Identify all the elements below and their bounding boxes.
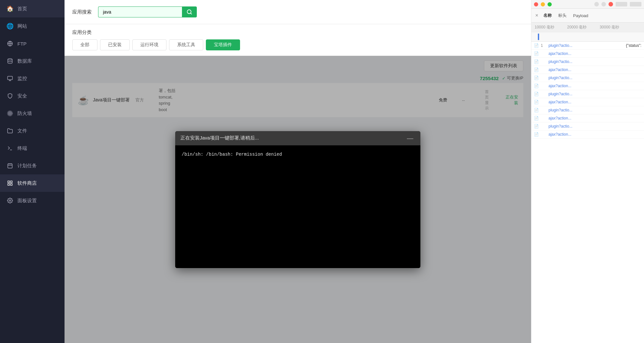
- req-url-8: ajax?action...: [548, 100, 641, 104]
- sidebar-item-schedule[interactable]: 计划任务: [0, 157, 65, 174]
- sidebar-item-firewall[interactable]: 防火墙: [0, 105, 65, 122]
- request-item-9[interactable]: 📄 plugin?actio...: [531, 106, 644, 114]
- request-item-3[interactable]: 📄 plugin?actio...: [531, 58, 644, 66]
- request-item-7[interactable]: 📄 plugin?actio...: [531, 90, 644, 98]
- cat-tab-tools[interactable]: 系统工具: [169, 39, 203, 50]
- category-tabs: 全部 已安装 运行环境 系统工具 宝塔插件: [72, 39, 523, 50]
- req-url-3: plugin?actio...: [548, 59, 641, 64]
- file-icon-5: 📄: [534, 76, 539, 80]
- window-close-button[interactable]: [534, 2, 538, 6]
- install-modal: 正在安装Java项目一键部署,请稍后... — /bin/sh: /bin/ba…: [175, 131, 420, 268]
- sidebar-item-home[interactable]: 🏠 首页: [0, 0, 65, 17]
- sidebar-item-ftp[interactable]: FTP: [0, 35, 65, 52]
- calendar-icon: [6, 162, 14, 169]
- file-icon-8: 📄: [534, 100, 539, 104]
- folder-icon: [6, 127, 14, 134]
- request-item-4[interactable]: 📄 ajax?action...: [531, 66, 644, 74]
- search-button[interactable]: [182, 6, 197, 17]
- search-input[interactable]: [98, 6, 182, 17]
- sidebar-item-label: 防火墙: [17, 110, 32, 117]
- sidebar-item-label: FTP: [17, 41, 26, 47]
- svg-rect-2: [8, 76, 13, 80]
- modal-header: 正在安装Java项目一键部署,请稍后... —: [175, 131, 420, 145]
- timeline-bar: 10000 毫秒 20000 毫秒 30000 毫秒: [531, 23, 644, 32]
- right-top-bar: [531, 0, 644, 9]
- request-item-10[interactable]: 📄 ajax?action...: [531, 114, 644, 122]
- req-payload-1: {"status":: [626, 43, 641, 48]
- sidebar-item-label: 首页: [17, 6, 27, 12]
- file-icon-4: 📄: [534, 68, 539, 72]
- sidebar-item-label: 安全: [17, 93, 27, 99]
- req-url-5: plugin?actio...: [548, 76, 641, 80]
- request-item-2[interactable]: 📄 ajax?action...: [531, 50, 644, 58]
- cat-tab-installed[interactable]: 已安装: [100, 39, 130, 50]
- svg-rect-14: [8, 184, 9, 185]
- database-icon: [6, 57, 14, 65]
- col-payload[interactable]: Payload: [570, 12, 591, 19]
- col-header[interactable]: 标头: [556, 11, 569, 20]
- svg-point-4: [8, 112, 12, 115]
- sidebar-item-store[interactable]: 软件商店: [0, 174, 65, 192]
- right-panel-header: × 名称 标头 Payload: [531, 9, 644, 23]
- category-label: 应用分类: [72, 29, 523, 36]
- sidebar-item-terminal[interactable]: 终端: [0, 140, 65, 157]
- timeline-30000: 30000 毫秒: [599, 25, 619, 30]
- monitor-icon: [6, 75, 14, 82]
- sidebar-item-website[interactable]: 🌐 网站: [0, 17, 65, 35]
- request-item-12[interactable]: 📄 ajax?action...: [531, 130, 644, 139]
- col-name[interactable]: 名称: [541, 11, 554, 20]
- file-icon-10: 📄: [534, 116, 539, 120]
- modal-overlay: 正在安装Java项目一键部署,请稍后... — /bin/sh: /bin/ba…: [65, 56, 531, 343]
- req-url-7: plugin?actio...: [548, 92, 641, 96]
- nav-extra: [630, 2, 641, 6]
- terminal-icon: [6, 145, 14, 152]
- svg-point-1: [8, 59, 12, 60]
- sidebar: 🏠 首页 🌐 网站 FTP 数据库 监控: [0, 0, 65, 343]
- req-url-12: ajax?action...: [548, 132, 641, 137]
- sidebar-item-files[interactable]: 文件: [0, 122, 65, 140]
- request-item-1[interactable]: 📄 1 plugin?actio... {"status":: [531, 42, 644, 50]
- window-maximize-button[interactable]: [548, 2, 552, 6]
- sidebar-item-database[interactable]: 数据库: [0, 52, 65, 70]
- sidebar-item-label: 网站: [17, 23, 27, 29]
- store-icon: [6, 180, 14, 187]
- cat-tab-plugins[interactable]: 宝塔插件: [206, 39, 240, 50]
- sidebar-item-security[interactable]: 安全: [0, 87, 65, 105]
- globe-icon: 🌐: [6, 23, 14, 30]
- nav-icon-1: [594, 2, 599, 6]
- blue-indicator-row: [531, 32, 644, 42]
- cat-tab-runtime[interactable]: 运行环境: [132, 39, 166, 50]
- main-area: 应用搜索 应用分类 全部 已安装 运行环境 系统工具 宝塔插件 更新软件列表: [65, 0, 531, 343]
- category-section: 应用分类 全部 已安装 运行环境 系统工具 宝塔插件: [65, 24, 531, 56]
- blue-progress-indicator: [538, 34, 539, 40]
- window-minimize-button[interactable]: [541, 2, 545, 6]
- request-item-6[interactable]: 📄 ajax?action...: [531, 82, 644, 90]
- modal-minimize-button[interactable]: —: [405, 135, 415, 141]
- nav-icon-3: [609, 2, 613, 6]
- sidebar-item-label: 软件商店: [17, 180, 37, 186]
- sidebar-item-monitor[interactable]: 监控: [0, 70, 65, 87]
- file-icon-9: 📄: [534, 108, 539, 112]
- gear-icon: [6, 197, 14, 204]
- request-list-container[interactable]: 📄 1 plugin?actio... {"status": 📄 ajax?ac…: [531, 42, 644, 343]
- sidebar-item-panel-settings[interactable]: 面板设置: [0, 192, 65, 209]
- request-item-8[interactable]: 📄 ajax?action...: [531, 98, 644, 106]
- req-url-1: plugin?actio...: [548, 43, 624, 48]
- header-close-button[interactable]: ×: [535, 13, 538, 18]
- svg-line-17: [190, 13, 191, 14]
- request-item-11[interactable]: 📄 plugin?actio...: [531, 122, 644, 130]
- sidebar-item-label: 文件: [17, 128, 27, 134]
- nav-icon-2: [601, 2, 606, 6]
- svg-rect-11: [8, 181, 9, 182]
- request-item-5[interactable]: 📄 plugin?actio...: [531, 74, 644, 82]
- svg-rect-12: [11, 181, 12, 182]
- file-icon-11: 📄: [534, 124, 539, 129]
- right-panel: × 名称 标头 Payload 10000 毫秒 20000 毫秒 30000 …: [531, 0, 644, 343]
- sidebar-item-label: 计划任务: [17, 163, 37, 169]
- shield-icon: [6, 92, 14, 99]
- file-icon-7: 📄: [534, 92, 539, 96]
- svg-rect-7: [8, 164, 12, 168]
- search-icon: [186, 9, 192, 15]
- search-box: [98, 6, 197, 17]
- cat-tab-all[interactable]: 全部: [72, 39, 97, 50]
